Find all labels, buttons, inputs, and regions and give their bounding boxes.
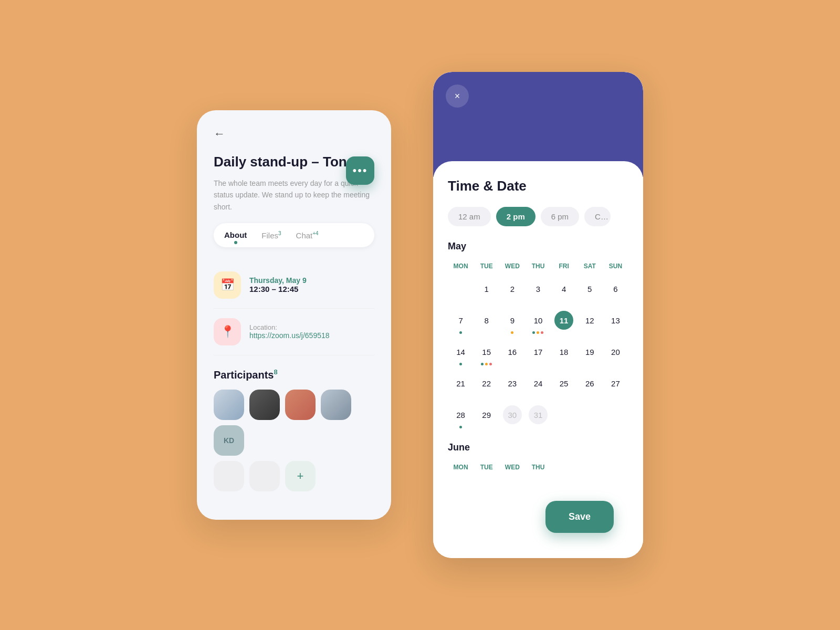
cal-week-3: 14 15 16 17 18 19 20	[448, 339, 628, 369]
tab-bar: About Files3 Chat+4	[214, 223, 374, 247]
cal-cell-24[interactable]: 24	[525, 371, 551, 400]
avatar-3[interactable]	[285, 390, 316, 420]
cal-cell-empty4: -	[603, 402, 628, 432]
cal-week-4: 21 22 23 24 25 26 27	[448, 371, 628, 400]
cal-cell-20[interactable]: 20	[603, 339, 628, 369]
cal-header-june: MON TUE WED THU	[448, 461, 628, 473]
cal-cell-4[interactable]: 4	[551, 276, 577, 306]
day-fri: FRI	[551, 260, 577, 272]
participants-heading: Participants8	[214, 368, 374, 381]
cal-cell-29[interactable]: 29	[474, 402, 499, 432]
left-phone-card: ← Daily stand-up – Toner The whole team …	[197, 110, 391, 520]
cal-cell-15[interactable]: 15	[474, 339, 499, 369]
avatar-kd[interactable]: KD	[214, 425, 244, 456]
pill-6pm[interactable]: 6 pm	[541, 207, 579, 226]
cal-cell-27[interactable]: 27	[603, 371, 628, 400]
june-day-thu: THU	[525, 461, 551, 473]
avatars-list: KD	[214, 390, 374, 456]
cal-cell-empty: -	[448, 276, 474, 306]
cal-cell-28[interactable]: 28	[448, 402, 474, 432]
zoom-link[interactable]: https://zoom.us/j/659518	[249, 331, 330, 340]
cal-header: MON TUE WED THU FRI SAT SUN	[448, 260, 628, 272]
calendar-icon: 📅	[214, 271, 241, 299]
june-day-mon: MON	[448, 461, 474, 473]
cal-cell-10[interactable]: 10	[525, 308, 551, 337]
close-icon: ×	[455, 91, 460, 102]
tab-files[interactable]: Files3	[261, 228, 281, 242]
more-icon: •••	[352, 165, 368, 176]
add-participant-button[interactable]: +	[285, 461, 316, 491]
location-label: Location:	[249, 323, 330, 331]
june-day-tue: TUE	[474, 461, 499, 473]
june-day-wed: WED	[499, 461, 525, 473]
location-icon: 📍	[214, 318, 241, 345]
cal-cell-17[interactable]: 17	[525, 339, 551, 369]
right-phone-card: × Time & Date 12 am 2 pm 6 pm Cust May M…	[433, 72, 643, 558]
cal-cell-21[interactable]: 21	[448, 371, 474, 400]
calendar-may: MON TUE WED THU FRI SAT SUN - 1 2 3 4 5 …	[448, 260, 628, 432]
cal-week-2: 7 8 9 10 11 12 13	[448, 308, 628, 337]
event-time: 12:30 – 12:45	[249, 285, 307, 293]
save-button[interactable]: Save	[545, 501, 614, 533]
back-button[interactable]: ←	[214, 127, 225, 141]
cal-cell-3[interactable]: 3	[525, 276, 551, 306]
cal-cell-9[interactable]: 9	[499, 308, 525, 337]
cal-cell-14[interactable]: 14	[448, 339, 474, 369]
cal-cell-19[interactable]: 19	[577, 339, 603, 369]
card-inner: Time & Date 12 am 2 pm 6 pm Cust May MON…	[448, 178, 628, 545]
cal-cell-empty3: -	[577, 402, 603, 432]
june-day-fri	[551, 461, 577, 473]
cal-cell-8[interactable]: 8	[474, 308, 499, 337]
cal-cell-1[interactable]: 1	[474, 276, 499, 306]
june-day-sat	[577, 461, 603, 473]
more-button[interactable]: •••	[346, 156, 374, 185]
event-date: Thursday, May 9	[249, 276, 307, 285]
month-may-label: May	[448, 241, 628, 252]
avatar-4[interactable]	[321, 390, 351, 420]
time-pills: 12 am 2 pm 6 pm Cust	[448, 207, 628, 226]
cal-cell-12[interactable]: 12	[577, 308, 603, 337]
avatar-1[interactable]	[214, 390, 244, 420]
cal-cell-empty2: -	[551, 402, 577, 432]
cal-cell-18[interactable]: 18	[551, 339, 577, 369]
day-mon: MON	[448, 260, 474, 272]
day-sat: SAT	[577, 260, 603, 272]
cal-cell-2[interactable]: 2	[499, 276, 525, 306]
cal-cell-30[interactable]: 30	[499, 402, 525, 432]
avatar-2[interactable]	[249, 390, 280, 420]
card-body: Time & Date 12 am 2 pm 6 pm Cust May MON…	[433, 161, 643, 558]
cal-cell-22[interactable]: 22	[474, 371, 499, 400]
avatar-ghost-1	[214, 461, 244, 491]
tab-about[interactable]: About	[224, 228, 247, 242]
schedule-row: 📅 Thursday, May 9 12:30 – 12:45	[214, 262, 374, 309]
cal-cell-26[interactable]: 26	[577, 371, 603, 400]
location-info: Location: https://zoom.us/j/659518	[249, 323, 330, 340]
month-june-label: June	[448, 442, 628, 453]
day-tue: TUE	[474, 260, 499, 272]
pill-2pm[interactable]: 2 pm	[496, 207, 536, 226]
cal-cell-7[interactable]: 7	[448, 308, 474, 337]
tab-chat[interactable]: Chat+4	[296, 228, 319, 242]
day-wed: WED	[499, 260, 525, 272]
june-day-sun	[603, 461, 628, 473]
pill-12am[interactable]: 12 am	[448, 207, 491, 226]
cal-cell-31[interactable]: 31	[525, 402, 551, 432]
schedule-info: Thursday, May 9 12:30 – 12:45	[249, 276, 307, 293]
cal-cell-6[interactable]: 6	[603, 276, 628, 306]
cal-cell-5[interactable]: 5	[577, 276, 603, 306]
time-date-title: Time & Date	[448, 178, 628, 194]
cal-cell-11[interactable]: 11	[551, 308, 577, 337]
cal-cell-13[interactable]: 13	[603, 308, 628, 337]
avatar-ghost-2	[249, 461, 280, 491]
day-sun: SUN	[603, 260, 628, 272]
cal-week-5: 28 29 30 31 - - -	[448, 402, 628, 432]
avatars-row2: +	[214, 461, 374, 491]
cal-week-1: - 1 2 3 4 5 6	[448, 276, 628, 306]
pill-custom[interactable]: Cust	[584, 207, 611, 226]
close-button[interactable]: ×	[446, 85, 469, 108]
cal-cell-23[interactable]: 23	[499, 371, 525, 400]
cal-cell-16[interactable]: 16	[499, 339, 525, 369]
location-row: 📍 Location: https://zoom.us/j/659518	[214, 309, 374, 355]
day-thu: THU	[525, 260, 551, 272]
cal-cell-25[interactable]: 25	[551, 371, 577, 400]
